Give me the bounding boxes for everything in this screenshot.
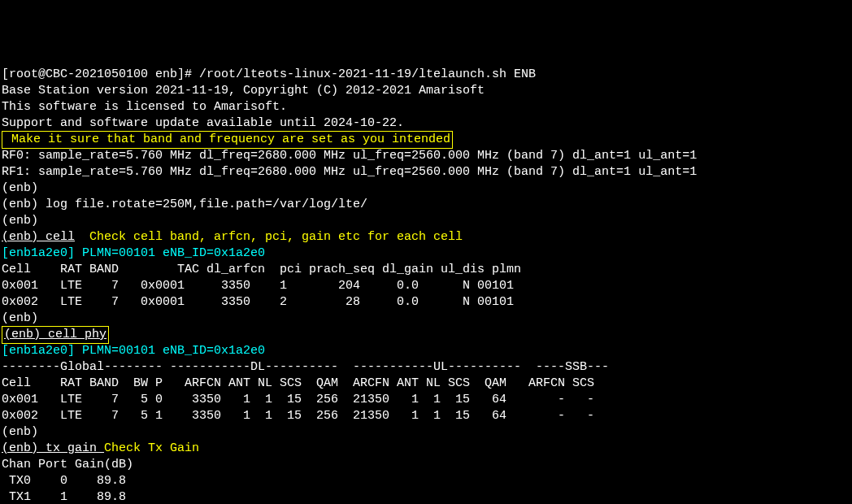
enb-prompt: (enb): [2, 214, 38, 228]
phy-divider: --------Global-------- -----------DL----…: [2, 360, 609, 374]
terminal-output[interactable]: [root@CBC-2021050100 enb]# /root/lteots-…: [2, 67, 850, 504]
cell-table-header: Cell RAT BAND TAC dl_arfcn pci prach_seq…: [2, 263, 521, 276]
enb-prompt: (enb): [2, 311, 38, 325]
cell-table-row: 0x002 LTE 7 0x0001 3350 2 28 0.0 N 00101: [2, 295, 514, 309]
enb-prompt: (enb): [2, 181, 38, 195]
banner-line: This software is licensed to Amarisoft.: [2, 100, 287, 114]
banner-line: Base Station version 2021-11-19, Copyrig…: [2, 84, 485, 98]
annotation-band-freq: Make it sure that band and frequency are…: [2, 131, 453, 149]
cmd-cell: (enb) cell: [2, 230, 75, 244]
cmd-cell-phy: (enb) cell phy: [2, 326, 109, 344]
tx-gain-header: Chan Port Gain(dB): [2, 458, 133, 471]
rf1-config-line: RF1: sample_rate=5.760 MHz dl_freq=2680.…: [2, 165, 697, 179]
tx-gain-row: TX0 0 89.8: [2, 474, 126, 488]
enb-log-line: (enb) log file.rotate=250M,file.path=/va…: [2, 198, 367, 211]
cmd-tx-gain: (enb) tx_gain: [2, 441, 104, 455]
tx-gain-row: TX1 1 89.8: [2, 490, 126, 504]
banner-line: Support and software update available un…: [2, 116, 404, 130]
phy-table-header: Cell RAT BAND BW P ARFCN ANT NL SCS QAM …: [2, 376, 594, 390]
phy-table-row: 0x001 LTE 7 5 0 3350 1 1 15 256 21350 1 …: [2, 393, 594, 406]
annotation-check-cell: Check cell band, arfcn, pci, gain etc fo…: [75, 230, 463, 244]
shell-prompt: [root@CBC-2021050100 enb]# /root/lteots-…: [2, 67, 536, 81]
plmn-header: [enb1a2e0] PLMN=00101 eNB_ID=0x1a2e0: [2, 344, 265, 358]
plmn-header: [enb1a2e0] PLMN=00101 eNB_ID=0x1a2e0: [2, 246, 265, 260]
cell-table-row: 0x001 LTE 7 0x0001 3350 1 204 0.0 N 0010…: [2, 279, 514, 293]
phy-table-row: 0x002 LTE 7 5 1 3350 1 1 15 256 21350 1 …: [2, 409, 594, 423]
annotation-tx-gain: Check Tx Gain: [104, 441, 199, 455]
rf0-config-line: RF0: sample_rate=5.760 MHz dl_freq=2680.…: [2, 149, 697, 163]
enb-prompt: (enb): [2, 425, 38, 439]
